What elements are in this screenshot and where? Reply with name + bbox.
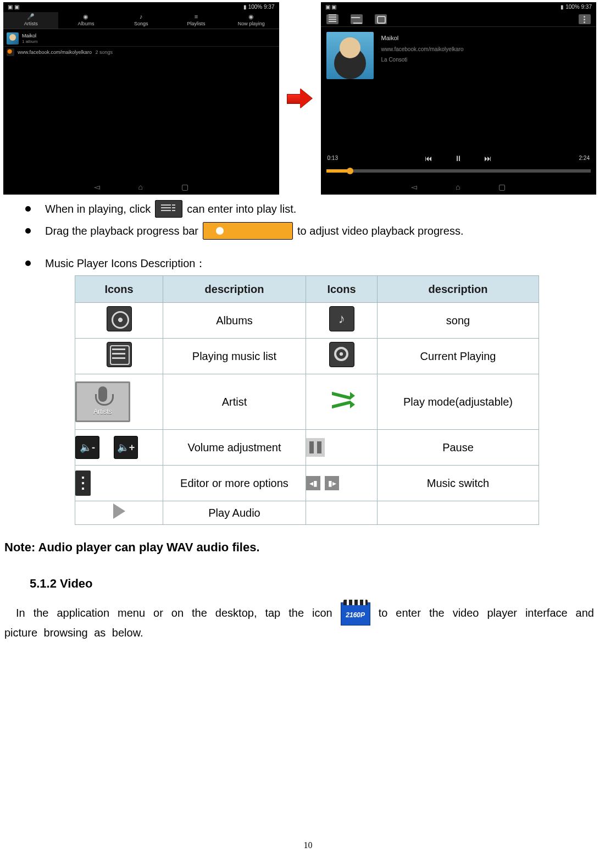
note-text: Note: Audio player can play WAV audio fi… — [4, 539, 596, 556]
tab-nowplaying[interactable]: ◉Now playing — [224, 12, 279, 29]
progress-bar[interactable] — [326, 169, 591, 173]
artist-icon: Artists — [75, 381, 130, 422]
status-icons-left: ▣ ▣ — [325, 3, 337, 11]
screenshots-row: ▣ ▣ ▮ 100% 9:37 🎤Artists ◉Albums ♪Songs … — [3, 2, 596, 195]
tab-albums[interactable]: ◉Albums — [58, 12, 113, 29]
status-bar: ▣ ▣ ▮ 100% 9:37 — [321, 2, 597, 12]
more-options-icon — [75, 470, 91, 496]
back-icon[interactable]: ◅ — [94, 182, 100, 192]
album-title: www.facebook.com/maikolyelkaro — [18, 49, 92, 55]
playlist-icon[interactable] — [326, 14, 338, 24]
bullet-text: can enter into play list. — [187, 202, 296, 217]
home-icon[interactable]: ⌂ — [138, 182, 143, 192]
icon-cell-pause — [306, 430, 378, 466]
volume-up-icon: 🔈+ — [114, 436, 138, 459]
tab-label: Songs — [134, 20, 148, 27]
icon-cell-artist: Artists — [75, 374, 163, 430]
back-icon[interactable]: ◅ — [411, 182, 417, 192]
status-icons-right: ▮ 100% 9:37 — [560, 3, 592, 11]
track-info: Maikol www.facebook.com/maikolyelkaro La… — [381, 34, 464, 64]
para-text: In the application menu or on the deskto… — [16, 607, 332, 619]
pause-icon — [306, 438, 325, 457]
icon-cell-albums — [75, 303, 163, 339]
icon-cell-empty — [306, 501, 378, 525]
track-title: La Consoti — [381, 56, 464, 64]
time-current: 0:13 — [328, 154, 338, 162]
table-row: Artists Artist Play mode(adjustable) — [75, 374, 539, 430]
disc-icon: ◉ — [83, 14, 88, 20]
tab-label: Artists — [24, 20, 38, 27]
prev-icon[interactable]: ⏮ — [425, 153, 432, 164]
desc-cell: Playing music list — [163, 339, 306, 374]
note-icon: ♪ — [140, 14, 143, 20]
icon-cell-switch: ◂▮ ▮▸ — [306, 466, 378, 501]
table-row: 🔈- 🔈+ Volume adjustment Pause — [75, 430, 539, 466]
tab-label: Now playing — [238, 20, 265, 27]
red-arrow-icon — [287, 87, 313, 109]
status-bar: ▣ ▣ ▮ 100% 9:37 — [3, 2, 279, 12]
desc-cell: Current Playing — [378, 339, 539, 374]
album-info: www.facebook.com/maikolyelkaro 2 songs — [18, 49, 113, 56]
prev-track-icon: ◂▮ — [306, 476, 320, 490]
bullet-icons-heading: Music Player Icons Description： — [23, 244, 596, 271]
icon-cell-volume: 🔈- 🔈+ — [75, 430, 163, 466]
bullet-text: Music Player Icons Description： — [45, 257, 206, 269]
screenshot-now-playing: ▣ ▣ ▮ 100% 9:37 Maikol www.facebook.com/… — [321, 2, 597, 195]
bullet-text: Drag the playback progress bar — [45, 224, 198, 239]
bullet-list: When in playing, click can enter into pl… — [23, 200, 596, 271]
table-row: Albums song — [75, 303, 539, 339]
col-header-icons: Icons — [75, 276, 163, 303]
next-track-icon: ▮▸ — [325, 476, 339, 490]
next-icon[interactable]: ⏭ — [484, 153, 492, 164]
artist-icon-label: Artists — [93, 407, 112, 416]
more-icon[interactable] — [579, 14, 591, 24]
artist-row[interactable]: Maikol 1 album — [3, 31, 279, 47]
desc-cell: Volume adjustment — [163, 430, 306, 466]
recent-icon[interactable]: ▢ — [498, 182, 506, 192]
desc-cell: Pause — [378, 430, 539, 466]
icon-cell-list — [75, 339, 163, 374]
tab-label: Albums — [77, 20, 94, 27]
icon-cell-play — [75, 501, 163, 525]
desc-cell: Albums — [163, 303, 306, 339]
pause-icon[interactable]: ⏸ — [454, 153, 462, 164]
repeat-icon[interactable] — [375, 14, 387, 24]
mic-icon: 🎤 — [27, 14, 35, 20]
table-row: Playing music list Current Playing — [75, 339, 539, 374]
bullet-drag-progress: Drag the playback progress bar to adjust… — [23, 222, 596, 240]
album-row[interactable]: www.facebook.com/maikolyelkaro 2 songs — [3, 47, 279, 57]
table-row: Play Audio — [75, 501, 539, 525]
icon-cell-shuffle — [306, 374, 378, 430]
albums-icon — [107, 306, 132, 331]
icon-cell-more — [75, 466, 163, 501]
page-number: 10 — [0, 839, 616, 851]
desc-cell: Editor or more options — [163, 466, 306, 501]
tab-playlists[interactable]: ≡Playlists — [169, 12, 224, 29]
home-icon[interactable]: ⌂ — [456, 182, 460, 192]
android-navbar: ◅ ⌂ ▢ — [321, 179, 597, 195]
video-icon-label: 2160P — [346, 611, 365, 619]
list-icon: ≡ — [195, 14, 198, 20]
desc-cell: Play Audio — [163, 501, 306, 525]
section-heading-video: 5.1.2 Video — [30, 575, 596, 592]
progress-bar-icon — [203, 222, 293, 240]
track-site: www.facebook.com/maikolyelkaro — [381, 46, 464, 53]
recent-icon[interactable]: ▢ — [181, 182, 188, 192]
volume-icon: 🔈- 🔈+ — [75, 436, 138, 459]
shuffle-icon[interactable] — [351, 14, 363, 24]
time-total: 2:24 — [579, 154, 590, 162]
library-tabs: 🎤Artists ◉Albums ♪Songs ≡Playlists ◉Now … — [3, 12, 279, 29]
desc-cell — [378, 501, 539, 525]
tab-songs[interactable]: ♪Songs — [114, 12, 169, 29]
android-navbar: ◅ ⌂ ▢ — [3, 179, 279, 195]
play-mode-icon — [330, 391, 354, 409]
col-header-desc2: description — [378, 276, 539, 303]
icons-description-table: Icons description Icons description Albu… — [75, 275, 539, 525]
icon-cell-song — [306, 303, 378, 339]
video-app-icon: 2160P — [341, 602, 370, 625]
tab-artists[interactable]: 🎤Artists — [3, 12, 58, 29]
desc-cell: Play mode(adjustable) — [378, 374, 539, 430]
play-icon — [113, 503, 125, 519]
player-controls: 0:13 ⏮ ⏸ ⏭ 2:24 — [321, 151, 597, 166]
artist-info: Maikol 1 album — [22, 32, 37, 45]
